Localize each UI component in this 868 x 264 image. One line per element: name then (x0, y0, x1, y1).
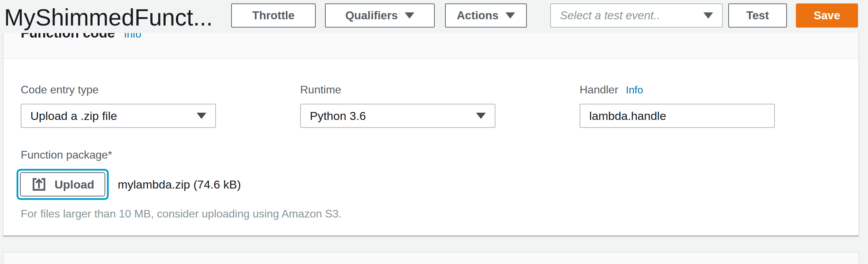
caret-down-icon (197, 113, 206, 119)
function-package-row: Upload mylambda.zip (74.6 kB) (21, 169, 841, 200)
uploaded-file-info: mylambda.zip (74.6 kB) (118, 178, 241, 191)
runtime-label: Runtime (300, 83, 495, 96)
function-package-section: Function package* Upload mylambda.zip (7… (21, 149, 841, 220)
code-entry-type-select[interactable]: Upload a .zip file (21, 104, 216, 128)
test-event-select[interactable]: Select a test event.. (550, 3, 723, 28)
upload-button-focus-ring: Upload (17, 169, 109, 200)
code-settings-row: Code entry type Upload a .zip file Runti… (21, 83, 841, 128)
upload-button-label: Upload (55, 178, 94, 191)
upload-helper-text: For files larger than 10 MB, consider up… (21, 207, 841, 220)
function-code-panel-body: Code entry type Upload a .zip file Runti… (3, 59, 858, 220)
handler-label-row: HandlerInfo (580, 83, 775, 96)
throttle-button-label: Throttle (252, 9, 295, 22)
caret-down-icon (405, 12, 414, 19)
handler-field: HandlerInfo (580, 83, 775, 128)
test-button[interactable]: Test (728, 3, 787, 28)
function-code-panel: Function codeInfo Code entry type Upload… (3, 20, 859, 236)
save-button[interactable]: Save (796, 3, 858, 28)
caret-down-icon (505, 12, 515, 19)
runtime-value: Python 3.6 (310, 109, 366, 123)
function-header-bar: MyShimmedFunct... Throttle Qualifiers Ac… (0, 0, 868, 33)
caret-down-icon (703, 12, 713, 19)
handler-input[interactable] (580, 104, 775, 128)
code-entry-type-label: Code entry type (21, 83, 216, 96)
runtime-field: Runtime Python 3.6 (300, 83, 495, 128)
test-event-placeholder: Select a test event.. (560, 9, 660, 22)
test-button-label: Test (746, 9, 769, 22)
caret-down-icon (476, 113, 486, 119)
actions-dropdown-button[interactable]: Actions (445, 3, 527, 28)
save-button-label: Save (813, 9, 840, 22)
handler-info-link[interactable]: Info (626, 84, 643, 95)
code-entry-type-field: Code entry type Upload a .zip file (21, 83, 216, 128)
handler-label: Handler (580, 83, 618, 96)
next-panel (3, 252, 859, 264)
upload-icon (31, 176, 47, 192)
actions-button-label: Actions (457, 9, 499, 22)
runtime-select[interactable]: Python 3.6 (300, 104, 495, 128)
qualifiers-button-label: Qualifiers (345, 9, 398, 22)
throttle-button[interactable]: Throttle (231, 3, 316, 28)
code-entry-type-value: Upload a .zip file (30, 109, 117, 123)
function-package-label: Function package* (21, 149, 841, 161)
qualifiers-dropdown-button[interactable]: Qualifiers (325, 3, 435, 28)
function-name-title: MyShimmedFunct... (4, 0, 213, 33)
upload-button[interactable]: Upload (20, 172, 105, 196)
